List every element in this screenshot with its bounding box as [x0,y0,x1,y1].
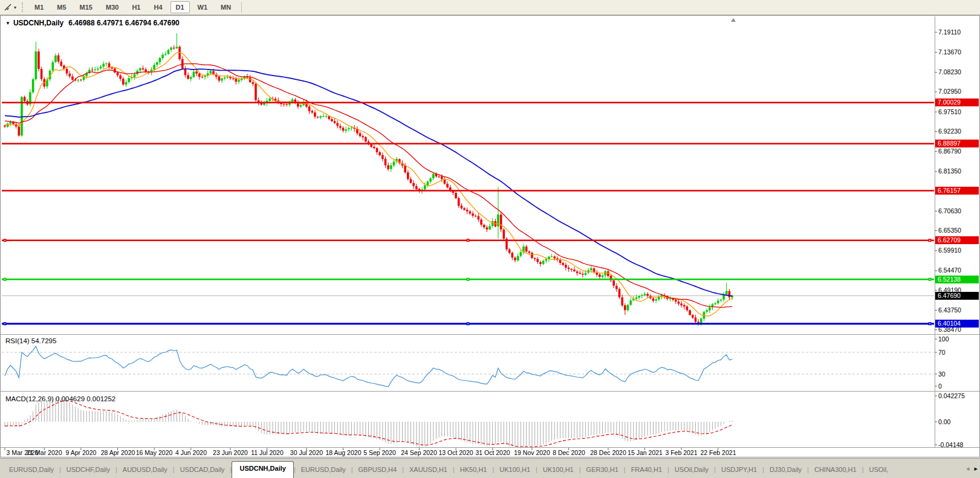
collapse-arrow-icon[interactable]: ▼ [5,21,10,26]
price-tick-label: 6.59910 [938,247,961,254]
macd-tick-label: 0.042275 [938,392,965,400]
chart-tab-eurusd-daily[interactable]: EURUSD,Daily [296,463,351,478]
candles-group [4,33,733,326]
price-chart-canvas[interactable] [0,0,980,478]
ma-8-line [5,53,732,316]
line-handle-center [4,279,5,280]
line-handle-center [467,240,469,241]
price-tick-label: 6.86790 [938,147,961,155]
chart-tab-uk100-h1[interactable]: UK100,H1 [537,463,579,478]
price-line-label-resistance-line: 7.00029 [935,99,979,106]
rsi-tick-label: 0 [938,383,942,390]
price-tick-label: 6.43750 [938,306,961,314]
price-tick-label: 6.70630 [938,207,961,215]
line-handle-center [929,240,930,241]
chart-tab-usdjpy-h1[interactable]: USDJPY,H1 [716,463,762,478]
chart-tab-uk100-h1[interactable]: UK100,H1 [494,463,536,478]
price-tick-label: 7.08230 [938,68,961,76]
chart-tab-xauusd-h1[interactable]: XAUUSD,H1 [404,463,453,478]
chart-tab-bar: EURUSD,Daily|USDCHF,Daily|AUDUSD,Daily|U… [0,458,980,478]
scroll-tabs-left-icon[interactable]: ◂ [966,465,970,472]
date-tick-label: 11 Jul 2020 [245,449,289,456]
date-tick-label: 31 Oct 2020 [471,449,514,456]
chart-shift-marker-icon[interactable] [731,18,736,22]
chart-tab-fra40-h1[interactable]: FRA40,H1 [626,463,667,478]
chart-tab-usdchf-daily[interactable]: USDCHF,Daily [61,463,115,478]
price-tick-label: 6.92230 [938,128,961,135]
chart-tab-usoil-daily[interactable]: USOil,Daily [669,463,714,478]
rsi-tick-label: 30 [938,370,946,378]
chart-tab-dj30-daily[interactable]: DJ30,Daily [764,463,807,478]
date-tick-label: 22 Feb 2021 [696,449,740,456]
rsi-tick-label: 70 [938,349,946,357]
line-handle-center [4,240,5,241]
line-handle-center [929,279,930,280]
line-handle-center [929,323,930,325]
mt4-terminal: { "toolbar": { "timeframes": ["M1","M5",… [0,0,980,478]
macd-histogram-group [5,397,732,447]
ohlc-values-label: 6.46988 6.47971 6.46794 6.47690 [68,19,180,27]
ma-21-line [5,64,732,308]
price-line-label-current-price: 6.47690 [935,292,979,300]
chart-title: ▼USDCNH,Daily6.46988 6.47971 6.46794 6.4… [5,19,180,27]
symbol-period-label: USDCNH,Daily [13,19,63,27]
chart-tab-hk50-h1[interactable]: HK50,H1 [455,463,493,478]
line-handle-center [467,323,469,325]
price-line-label-support-line: 6.52138 [935,276,979,283]
macd-tick-label: 0.00 [938,418,950,426]
price-tick-label: 7.13670 [938,48,961,56]
price-tick-label: 7.19110 [938,28,961,36]
chart-tab-ger30-h1[interactable]: GER30,H1 [581,463,624,478]
price-line-label-resistance-line: 6.88897 [935,140,979,147]
date-tick-label: 5 Sep 2020 [358,449,401,456]
scroll-tabs-right-icon[interactable]: ▸ [974,465,978,472]
price-tick-label: 7.02950 [938,88,961,95]
chart-tab-gbpusd-h4[interactable]: GBPUSD,H4 [353,463,403,478]
chart-tab-china300-h1[interactable]: CHINA300,H1 [809,463,862,478]
macd-indicator-label: MACD(12,26,9) 0.004629 0.001252 [5,395,115,402]
chart-tab-audusd-daily[interactable]: AUDUSD,Daily [117,463,173,478]
chart-tab-usoil-[interactable]: USOil, [864,463,894,478]
price-line-label-resistance-line: 6.76157 [935,187,979,195]
date-tick-label: 8 Dec 2020 [547,449,591,456]
line-handle-center [467,279,469,280]
chart-tab-eurusd-daily[interactable]: EURUSD,Daily [4,463,59,478]
line-handle-center [4,323,5,325]
date-tick-label: 4 Jun 2020 [169,449,213,456]
price-tick-label: 6.97510 [938,108,961,116]
chart-tab-usdcad-daily[interactable]: USDCAD,Daily [175,463,230,478]
rsi-indicator-label: RSI(14) 54.7295 [5,337,56,344]
chart-tabs: EURUSD,Daily|USDCHF,Daily|AUDUSD,Daily|U… [4,461,894,478]
chart-tab-usdcnh-daily[interactable]: USDCNH,Daily [232,461,293,478]
price-line-label-resistance-line: 6.62709 [935,236,979,244]
rsi-tick-label: 100 [938,335,949,343]
price-line-label-support-line: 6.40104 [935,320,979,328]
macd-tick-label: -0.04148 [938,441,963,449]
price-tick-label: 6.54470 [938,266,961,274]
price-tick-label: 6.81350 [938,167,961,175]
price-tick-label: 6.65350 [938,227,961,234]
